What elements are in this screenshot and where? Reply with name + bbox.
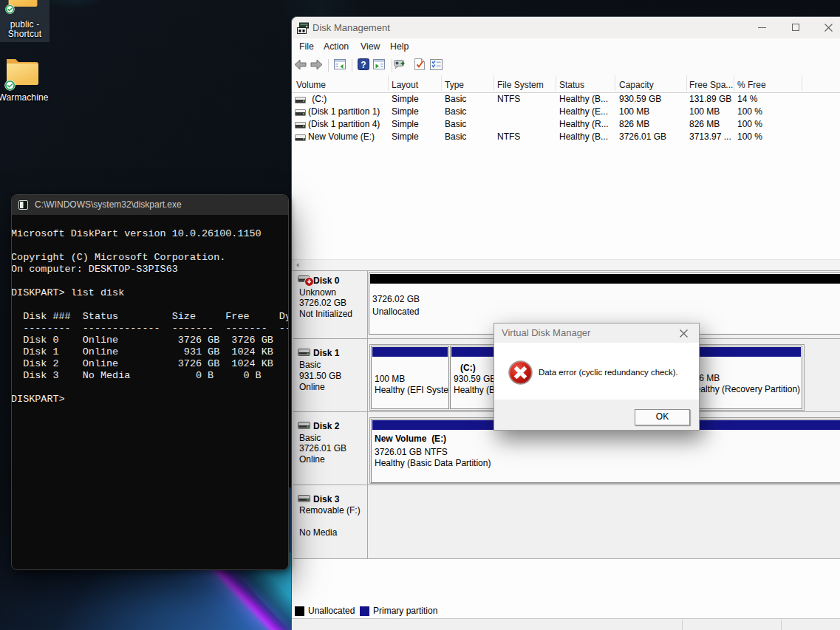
svg-text:?: ? [361,60,366,70]
